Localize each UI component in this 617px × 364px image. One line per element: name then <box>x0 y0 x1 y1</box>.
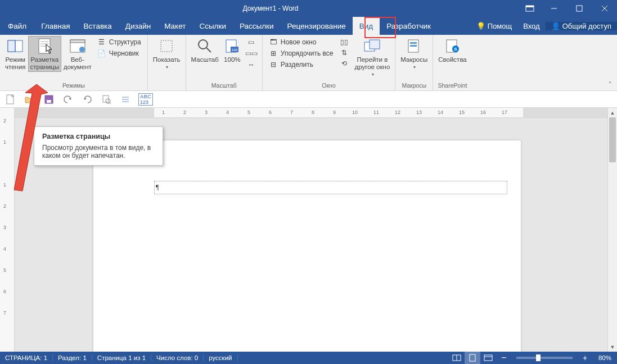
tab-layout[interactable]: Макет <box>157 17 192 35</box>
minimize-button[interactable] <box>541 0 566 17</box>
reset-window-icon: ⟲ <box>340 59 349 68</box>
page-width-button[interactable]: ↔ <box>246 60 257 70</box>
tab-file[interactable]: Файл <box>0 17 34 35</box>
svg-text:S: S <box>454 47 457 52</box>
svg-rect-7 <box>8 40 15 52</box>
web-layout-icon <box>69 37 87 55</box>
group-sharepoint: S Свойства SharePoint <box>433 35 472 90</box>
tooltip-print-layout: Разметка страницы Просмотр документа в т… <box>34 126 163 166</box>
tab-view[interactable]: Вид <box>353 17 380 35</box>
group-show: Показать <box>148 35 186 90</box>
svg-point-17 <box>199 40 208 49</box>
vertical-ruler[interactable]: 2 1 1 2 3 4 5 6 7 <box>0 108 15 352</box>
svg-rect-23 <box>370 40 380 49</box>
qat-new-document[interactable] <box>4 93 17 106</box>
vertical-scrollbar[interactable]: ▲ ▼ <box>607 108 617 352</box>
new-window-button[interactable]: 🗔Новое окно <box>268 37 335 47</box>
multi-page-icon: ▭▭ <box>247 49 256 58</box>
horizontal-ruler[interactable]: 1234567891011121314151617 <box>15 108 607 118</box>
qat-redo[interactable] <box>81 93 93 106</box>
tab-mailings[interactable]: Рассылки <box>233 17 281 35</box>
new-window-icon: 🗔 <box>269 38 278 47</box>
split-icon: ⊟ <box>269 60 278 69</box>
quick-access-toolbar: ABC123 <box>0 91 617 108</box>
tab-references[interactable]: Ссылки <box>192 17 233 35</box>
svg-point-15 <box>79 47 85 52</box>
status-page-of[interactable]: Страница 1 из 1 <box>92 354 151 361</box>
tab-insert[interactable]: Вставка <box>77 17 119 35</box>
text-boundary: ¶ <box>154 181 507 194</box>
tab-review[interactable]: Рецензирование <box>281 17 353 35</box>
qat-spelling[interactable]: ABC123 <box>138 93 153 106</box>
svg-rect-32 <box>47 100 51 103</box>
page-width-icon: ↔ <box>247 60 256 69</box>
help-tell-me[interactable]: 💡Помощ <box>471 22 517 30</box>
macros-dropdown[interactable]: Макросы <box>398 36 430 71</box>
arrange-all-button[interactable]: ⊞Упорядочить все <box>268 48 335 58</box>
view-side-by-side-button[interactable]: ▯▯ <box>339 37 350 47</box>
page-1[interactable]: ¶ <box>93 140 521 352</box>
share-button[interactable]: 👤Общий доступ <box>546 22 617 30</box>
qat-print-preview[interactable] <box>100 93 112 106</box>
scroll-thumb[interactable] <box>609 117 616 162</box>
tab-developer[interactable]: Разработчик <box>380 17 438 35</box>
reset-window-button[interactable]: ⟲ <box>339 58 350 69</box>
window-title: Документ1 - Word <box>22 4 519 12</box>
ribbon: Режим чтения Разметка страницы Веб- доку… <box>0 35 617 91</box>
lightbulb-icon: 💡 <box>476 22 485 30</box>
status-section[interactable]: Раздел: 1 <box>53 354 92 361</box>
properties-icon: S <box>444 37 462 55</box>
tab-design[interactable]: Дизайн <box>119 17 157 35</box>
multi-page-button[interactable]: ▭▭ <box>246 48 257 58</box>
svg-line-35 <box>110 103 111 104</box>
status-page[interactable]: СТРАНИЦА: 1 <box>0 354 53 361</box>
qat-spacing[interactable] <box>119 93 132 106</box>
status-words[interactable]: Число слов: 0 <box>151 354 204 361</box>
scroll-up-arrow[interactable]: ▲ <box>608 108 617 117</box>
view-web-layout[interactable] <box>480 352 496 364</box>
zoom-100-button[interactable]: 100 100% <box>221 36 244 65</box>
split-button[interactable]: ⊟Разделить <box>268 60 335 70</box>
show-dropdown[interactable]: Показать <box>151 36 183 71</box>
zoom-level[interactable]: 80% <box>593 354 617 361</box>
zoom-out[interactable]: − <box>496 352 512 364</box>
status-language[interactable]: русский <box>204 354 237 361</box>
svg-rect-25 <box>410 42 417 44</box>
sync-scroll-button[interactable]: ⇅ <box>339 48 350 58</box>
zoom-slider[interactable] <box>516 357 573 359</box>
switch-windows-dropdown[interactable]: Перейти в другое окно <box>352 36 392 79</box>
zoom-button[interactable]: Масштаб <box>189 36 221 65</box>
view-read-mode[interactable] <box>449 352 465 364</box>
svg-rect-26 <box>410 45 417 47</box>
ribbon-display-options[interactable] <box>519 5 541 12</box>
qat-undo[interactable] <box>62 93 74 106</box>
tab-home[interactable]: Главная <box>34 17 76 35</box>
maximize-button[interactable] <box>566 0 592 17</box>
zoom-icon <box>196 37 214 55</box>
read-mode-button[interactable]: Режим чтения <box>3 36 28 72</box>
web-layout-button[interactable]: Веб- документ <box>61 36 94 72</box>
outline-button[interactable]: ☰Структура <box>96 37 142 47</box>
svg-text:100: 100 <box>232 48 238 52</box>
group-views: Режим чтения Разметка страницы Веб- доку… <box>0 35 148 90</box>
group-window: 🗔Новое окно ⊞Упорядочить все ⊟Разделить … <box>263 35 396 90</box>
print-layout-button[interactable]: Разметка страницы <box>28 36 61 72</box>
svg-line-18 <box>206 48 211 52</box>
macros-icon <box>405 37 423 55</box>
outline-icon: ☰ <box>97 38 106 47</box>
zoom-in[interactable]: + <box>577 352 593 364</box>
properties-button[interactable]: S Свойства <box>436 36 469 65</box>
one-page-button[interactable]: ▭ <box>246 37 257 47</box>
view-print-layout[interactable] <box>465 352 480 364</box>
svg-rect-1 <box>526 6 534 7</box>
arrange-all-icon: ⊞ <box>269 49 278 58</box>
qat-save[interactable] <box>43 93 55 106</box>
scroll-down-arrow[interactable]: ▼ <box>608 342 617 352</box>
draft-button[interactable]: 📄Черновик <box>96 48 142 58</box>
close-button[interactable] <box>592 0 617 17</box>
signin-link[interactable]: Вход <box>517 22 545 30</box>
qat-open[interactable] <box>24 93 36 106</box>
side-by-side-icon: ▯▯ <box>340 38 349 47</box>
one-page-icon: ▭ <box>247 38 256 47</box>
collapse-ribbon-button[interactable]: ˄ <box>604 35 617 90</box>
